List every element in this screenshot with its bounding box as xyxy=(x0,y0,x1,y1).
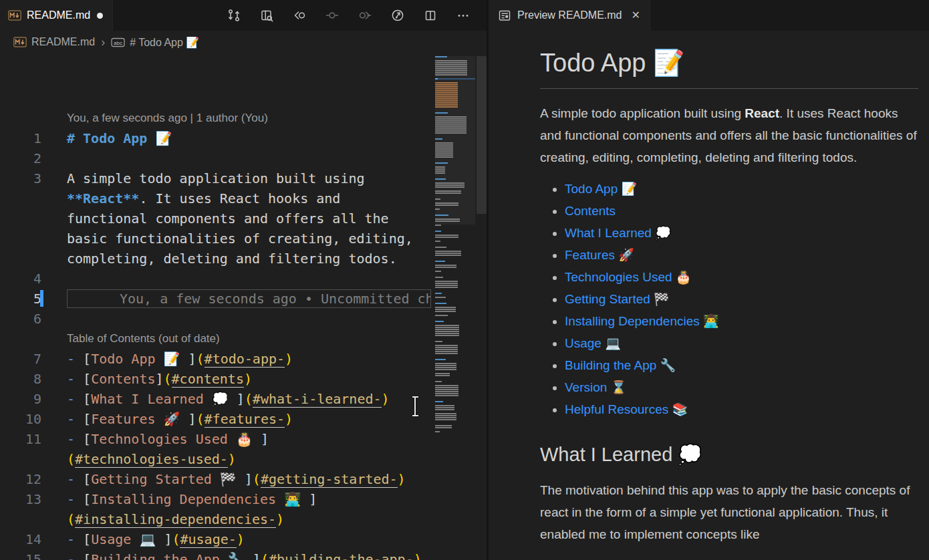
code-line[interactable]: 7- [Todo App 📝 ](#todo-app-) xyxy=(0,349,434,369)
minimap-line xyxy=(435,277,443,278)
minimap-line xyxy=(435,391,458,392)
code-line[interactable]: 8- [Contents](#contents) xyxy=(0,369,434,389)
toc-link[interactable]: Getting Started 🏁 xyxy=(565,292,670,306)
token: Usage xyxy=(91,531,139,547)
scrollbar-thumb[interactable] xyxy=(477,56,487,214)
minimap-line xyxy=(435,237,458,238)
markdown-anchor-link[interactable]: #todo-app- xyxy=(205,351,285,368)
code-line[interactable]: functional components and offers all the xyxy=(0,208,434,229)
code-line[interactable]: 3A simple todo application built using xyxy=(0,168,434,188)
codelens-row[interactable]: You, a few seconds ago | 1 author (You) xyxy=(0,108,434,128)
code-line[interactable]: 14- [Usage 💻 ](#usage-) xyxy=(0,529,434,549)
minimap-line xyxy=(435,351,458,352)
minimap-line xyxy=(435,355,436,356)
markdown-anchor-link[interactable]: #what-i-learned- xyxy=(253,391,382,408)
breadcrumb-file[interactable]: README.md xyxy=(31,36,95,48)
token: # Todo App xyxy=(67,130,155,146)
minimap-line xyxy=(435,405,454,406)
markdown-anchor-link[interactable]: #getting-started- xyxy=(261,471,398,488)
code-line[interactable]: 6 xyxy=(0,309,434,329)
close-icon[interactable]: ✕ xyxy=(631,10,640,21)
code-line[interactable]: 10- [Features 🚀 ](#features-) xyxy=(0,409,434,429)
code-line[interactable]: 15- [Building the App 🔧 ](#building-the-… xyxy=(0,549,434,560)
minimap-line xyxy=(435,227,436,228)
minimap-line xyxy=(435,411,436,412)
minimap-line xyxy=(435,66,467,67)
editor-text-area[interactable]: You, a few seconds ago | 1 author (You)1… xyxy=(0,53,434,560)
toc-link[interactable]: Features 🚀 xyxy=(565,248,634,262)
codelens-text[interactable]: You, a few seconds ago | 1 author (You) xyxy=(67,108,268,128)
markdown-anchor-link[interactable]: #installing-dependencies- xyxy=(75,511,276,528)
code-line[interactable]: 2 xyxy=(0,148,434,168)
token: What I Learned xyxy=(91,391,212,407)
minimap-line xyxy=(435,116,467,118)
minimap-line xyxy=(435,261,445,262)
code-line[interactable]: 13- [Installing Dependencies 👨‍💻 ] xyxy=(0,489,434,509)
code-line[interactable]: 5You, a few seconds ago • Uncommitted ch… xyxy=(0,289,434,309)
minimap-line xyxy=(435,186,464,188)
minimap-line xyxy=(435,325,459,326)
next-change-icon[interactable] xyxy=(358,8,372,23)
toc-link[interactable]: Version ⌛ xyxy=(565,380,626,394)
markdown-anchor-link[interactable]: #building-the-app- xyxy=(269,551,414,560)
code-line[interactable]: basic functionalities of creating, editi… xyxy=(0,229,434,249)
codelens-row[interactable]: Table of Contents (out of date) xyxy=(0,329,434,349)
toc-link[interactable]: Installing Dependencies 👨‍💻 xyxy=(565,314,719,328)
tab-preview-readme[interactable]: Preview README.md ✕ xyxy=(489,0,650,31)
minimap-line xyxy=(435,387,458,388)
line-number: 14 xyxy=(0,529,41,549)
minimap-line xyxy=(435,423,436,424)
minimap-line xyxy=(435,221,460,222)
compare-changes-icon[interactable] xyxy=(227,8,241,23)
timeline-icon[interactable] xyxy=(390,8,405,23)
code-line[interactable]: (#technologies-used-) xyxy=(0,449,434,469)
toc-link[interactable]: Usage 💻 xyxy=(565,336,621,350)
code-line[interactable]: 4 xyxy=(0,269,434,289)
minimap[interactable] xyxy=(435,53,475,560)
toc-link[interactable]: Todo App 📝 xyxy=(565,182,637,196)
toc-link[interactable]: Technologies Used 🎂 xyxy=(565,270,692,284)
token: 💭 xyxy=(212,391,237,407)
token: 📝 xyxy=(155,130,172,146)
markdown-anchor-link[interactable]: #contents xyxy=(172,371,244,388)
line-number: 15 xyxy=(0,549,41,560)
code-text: - [What I Learned 💭 ](#what-i-learned-) xyxy=(67,389,390,409)
code-line[interactable]: (#installing-dependencies-) xyxy=(0,509,434,529)
markdown-anchor-link[interactable]: #features- xyxy=(205,411,285,428)
minimap-line xyxy=(435,353,458,354)
breadcrumb-symbol[interactable]: # Todo App 📝 xyxy=(130,36,199,49)
toc-link[interactable]: Building the App 🔧 xyxy=(565,358,676,372)
minimap-line xyxy=(435,253,461,254)
code-line[interactable]: 9- [What I Learned 💭 ](#what-i-learned-) xyxy=(0,389,434,409)
token: ) xyxy=(285,411,293,427)
minimap-line xyxy=(435,345,458,346)
minimap-line xyxy=(435,431,440,432)
token: ( xyxy=(253,471,261,487)
toc-link[interactable]: What I Learned 💭 xyxy=(565,226,671,240)
code-line[interactable]: 12- [Getting Started 🏁 ](#getting-starte… xyxy=(0,469,434,489)
split-editor-icon[interactable] xyxy=(423,8,438,23)
previous-change-icon[interactable] xyxy=(292,8,307,23)
current-change-icon[interactable] xyxy=(325,8,340,23)
minimap-line xyxy=(435,245,436,246)
open-preview-to-side-icon[interactable] xyxy=(259,8,274,23)
toc-link[interactable]: Contents xyxy=(565,204,616,218)
minimap-line xyxy=(435,100,458,102)
token: - xyxy=(67,471,83,487)
codelens-text[interactable]: Table of Contents (out of date) xyxy=(67,329,220,349)
minimap-line xyxy=(435,198,440,200)
code-line[interactable]: **React**. It uses React hooks and xyxy=(0,188,434,208)
unsaved-dot-icon[interactable] xyxy=(97,13,103,19)
markdown-anchor-link[interactable]: #technologies-used- xyxy=(75,451,228,468)
more-actions-icon[interactable] xyxy=(456,8,471,23)
minimap-line xyxy=(435,150,453,152)
code-line[interactable]: 11- [Technologies Used 🎂 ] xyxy=(0,429,434,449)
minimap-line xyxy=(435,200,436,202)
code-line[interactable]: completing, deleting and filtering todos… xyxy=(0,249,434,269)
tab-readme[interactable]: README.md xyxy=(0,0,113,31)
code-line[interactable]: 1# Todo App 📝 xyxy=(0,128,434,148)
toc-link[interactable]: Helpful Resources 📚 xyxy=(565,402,688,416)
markdown-anchor-link[interactable]: #usage- xyxy=(180,531,236,548)
code-text: basic functionalities of creating, editi… xyxy=(67,229,413,249)
token: - xyxy=(67,411,83,427)
